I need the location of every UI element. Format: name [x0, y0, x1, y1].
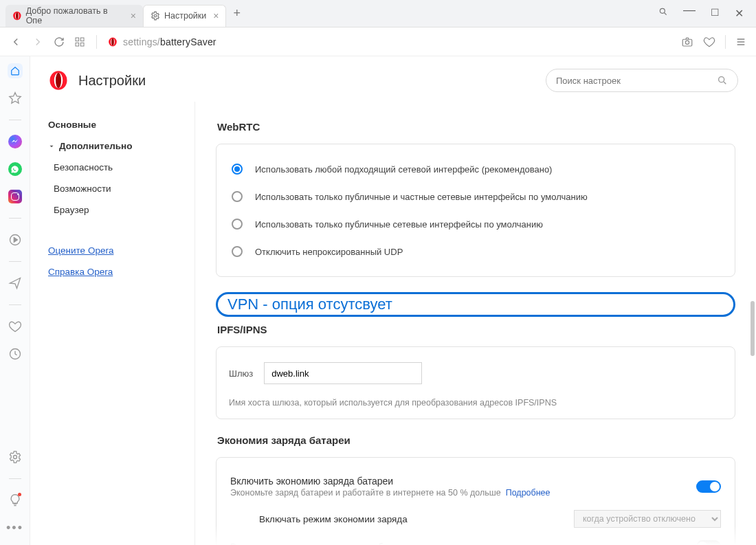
- menu-icon[interactable]: [735, 36, 746, 47]
- addressbar: settings/batterySaver: [0, 27, 756, 56]
- sidebar-link-help[interactable]: Справка Opera: [44, 261, 194, 282]
- radio-label: Использовать только публичные и частные …: [255, 192, 588, 202]
- tab-settings[interactable]: Настройки ×: [143, 5, 226, 27]
- tab-welcome[interactable]: Добро пожаловать в Опе ×: [5, 5, 143, 27]
- svg-point-20: [719, 77, 724, 82]
- close-window-button[interactable]: ✕: [735, 7, 744, 20]
- battery-card: Включить экономию заряда батареи Экономь…: [216, 457, 735, 545]
- ipfs-card: Шлюз Имя хоста шлюза, который использует…: [216, 346, 735, 419]
- more-icon[interactable]: •••: [8, 520, 23, 535]
- scrollbar[interactable]: [749, 102, 756, 545]
- radio-icon: [232, 246, 243, 257]
- ipfs-gateway-input[interactable]: [264, 362, 422, 384]
- annotation-vpn-missing: VPN - опция отсутсвует: [216, 292, 735, 317]
- star-icon[interactable]: [8, 91, 23, 106]
- whatsapp-icon[interactable]: [8, 162, 23, 177]
- webrtc-option-1[interactable]: Использовать только публичные и частные …: [229, 183, 722, 210]
- svg-point-3: [154, 14, 157, 17]
- battery-enable-sub: Экономьте заряд батареи и работайте в ин…: [230, 488, 501, 498]
- titlebar: Добро пожаловать в Опе × Настройки × + —…: [0, 0, 756, 27]
- section-ipfs-title: IPFS/IPNS: [217, 324, 735, 335]
- battery-icon-label: Всегда показывать значок заряда батареи …: [230, 542, 521, 546]
- svg-rect-5: [76, 38, 79, 41]
- left-rail: •••: [0, 56, 30, 545]
- gear-icon: [151, 11, 160, 21]
- section-webrtc-title: WebRTC: [217, 121, 735, 133]
- opera-icon: [108, 37, 118, 47]
- battery-mode-row: Включать режим экономии заряда когда уст…: [229, 504, 722, 533]
- battery-enable-title: Включить экономию заряда батареи: [230, 476, 551, 487]
- svg-point-13: [685, 41, 689, 44]
- url-path-prefix: settings/: [123, 36, 160, 47]
- speed-dial-icon[interactable]: [74, 36, 85, 47]
- webrtc-card: Использовать любой подходящий сетевой ин…: [216, 144, 735, 277]
- sidebar-item-features[interactable]: Возможности: [44, 178, 194, 199]
- battery-mode-select[interactable]: когда устройство отключено: [574, 510, 721, 528]
- heart-icon[interactable]: [703, 36, 715, 48]
- close-icon[interactable]: ×: [213, 10, 219, 21]
- settings-header: Настройки: [30, 56, 756, 102]
- svg-point-19: [56, 73, 61, 89]
- webrtc-option-2[interactable]: Использовать только публичные сетевые ин…: [229, 210, 722, 238]
- address-field[interactable]: settings/batterySaver: [108, 36, 670, 47]
- section-battery-title: Экономия заряда батареи: [217, 434, 735, 446]
- sidebar-link-rate[interactable]: Оцените Opera: [44, 240, 194, 261]
- forward-button[interactable]: [32, 36, 44, 48]
- webrtc-option-3[interactable]: Отключить непроксированный UDP: [229, 238, 722, 265]
- battery-mode-label: Включать режим экономии заряда: [259, 514, 408, 524]
- search-icon[interactable]: [658, 7, 668, 16]
- radio-label: Использовать любой подходящий сетевой ин…: [255, 164, 552, 175]
- play-icon[interactable]: [8, 232, 23, 247]
- settings-search[interactable]: [546, 69, 738, 92]
- radio-icon: [232, 191, 243, 202]
- sidebar-item-security[interactable]: Безопасность: [44, 157, 194, 178]
- minimize-button[interactable]: —: [683, 7, 696, 20]
- sidebar-item-advanced[interactable]: Дополнительно: [44, 135, 194, 157]
- settings-rail-icon[interactable]: [8, 449, 23, 465]
- bulb-icon[interactable]: [8, 493, 23, 508]
- tab-label: Добро пожаловать в Опе: [26, 6, 124, 25]
- battery-icon-row: Всегда показывать значок заряда батареи …: [229, 533, 722, 545]
- search-input[interactable]: [556, 76, 711, 86]
- svg-point-4: [660, 8, 665, 13]
- battery-more-link[interactable]: Подробнее: [506, 488, 551, 498]
- radio-label: Отключить непроксированный UDP: [255, 247, 403, 257]
- tab-label: Настройки: [164, 11, 206, 21]
- sidebar-item-main[interactable]: Основные: [44, 114, 194, 135]
- send-icon[interactable]: [8, 276, 23, 291]
- svg-rect-7: [76, 43, 79, 46]
- webrtc-option-0[interactable]: Использовать любой подходящий сетевой ин…: [229, 155, 722, 183]
- ipfs-caption: Имя хоста шлюза, который используется дл…: [229, 398, 722, 408]
- opera-icon: [12, 11, 22, 21]
- battery-icon-toggle[interactable]: [696, 540, 721, 545]
- radio-icon: [232, 164, 243, 175]
- close-icon[interactable]: ×: [131, 10, 136, 21]
- heart-rail-icon[interactable]: [8, 319, 23, 334]
- scrollbar-thumb[interactable]: [751, 301, 755, 356]
- maximize-button[interactable]: ☐: [711, 7, 720, 20]
- history-icon[interactable]: [8, 346, 23, 362]
- page-title: Настройки: [78, 73, 146, 89]
- messenger-icon[interactable]: [8, 134, 23, 149]
- back-button[interactable]: [10, 36, 22, 48]
- radio-icon: [232, 219, 243, 230]
- chevron-down-icon: [48, 143, 55, 150]
- search-icon: [717, 75, 728, 86]
- instagram-icon[interactable]: [8, 189, 23, 204]
- svg-point-2: [16, 12, 19, 19]
- battery-enable-toggle[interactable]: [696, 480, 721, 493]
- new-tab-button[interactable]: +: [226, 6, 247, 21]
- reload-button[interactable]: [54, 36, 65, 47]
- settings-sidebar: Основные Дополнительно Безопасность Возм…: [30, 102, 195, 545]
- ipfs-gateway-label: Шлюз: [229, 368, 253, 379]
- home-icon[interactable]: [8, 63, 23, 78]
- svg-rect-8: [80, 43, 84, 46]
- sidebar-item-browser[interactable]: Браузер: [44, 199, 194, 221]
- opera-logo: [48, 70, 69, 91]
- url-path-main: batterySaver: [160, 36, 216, 47]
- camera-icon[interactable]: [681, 36, 693, 48]
- svg-point-11: [111, 38, 114, 45]
- radio-label: Использовать только публичные сетевые ин…: [255, 219, 543, 230]
- battery-enable-row: Включить экономию заряда батареи Экономь…: [229, 469, 722, 504]
- settings-page: WebRTC Использовать любой подходящий сет…: [195, 102, 756, 545]
